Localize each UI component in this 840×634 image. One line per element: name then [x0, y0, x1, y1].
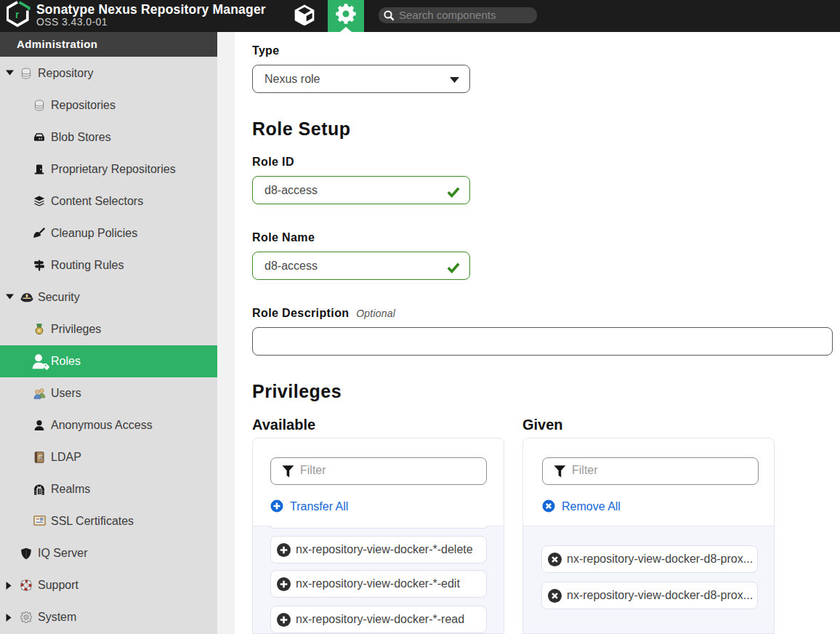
- svg-text:@: @: [39, 454, 43, 460]
- svg-text:r: r: [15, 9, 20, 20]
